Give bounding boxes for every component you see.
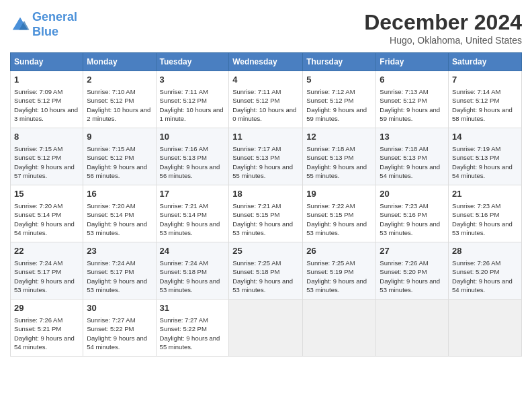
day-number: 29 [14,302,79,314]
calendar-cell: 28Sunrise: 7:26 AMSunset: 5:20 PMDayligh… [449,242,522,300]
day-number: 13 [380,131,445,143]
location: Hugo, Oklahoma, United States [364,35,522,46]
calendar-cell: 20Sunrise: 7:23 AMSunset: 5:16 PMDayligh… [376,185,449,242]
calendar-cell [229,300,303,357]
month-title: December 2024 [364,10,522,35]
day-number: 1 [14,74,79,86]
header-cell-sunday: Sunday [11,53,83,71]
day-number: 3 [160,74,226,86]
header-cell-thursday: Thursday [303,53,376,71]
calendar-cell: 8Sunrise: 7:15 AMSunset: 5:12 PMDaylight… [11,128,83,185]
header-cell-saturday: Saturday [449,53,522,71]
week-row-5: 29Sunrise: 7:26 AMSunset: 5:21 PMDayligh… [11,300,522,357]
header-cell-tuesday: Tuesday [156,53,229,71]
calendar-body: 1Sunrise: 7:09 AMSunset: 5:12 PMDaylight… [11,71,522,357]
calendar-cell: 19Sunrise: 7:22 AMSunset: 5:15 PMDayligh… [303,185,376,242]
week-row-2: 8Sunrise: 7:15 AMSunset: 5:12 PMDaylight… [11,128,522,185]
calendar-cell: 10Sunrise: 7:16 AMSunset: 5:13 PMDayligh… [156,128,229,185]
calendar-cell: 13Sunrise: 7:18 AMSunset: 5:13 PMDayligh… [376,128,449,185]
day-number: 17 [160,188,226,200]
calendar-cell [303,300,376,357]
calendar-cell: 12Sunrise: 7:18 AMSunset: 5:13 PMDayligh… [303,128,376,185]
calendar-cell [449,300,522,357]
calendar-cell: 15Sunrise: 7:20 AMSunset: 5:14 PMDayligh… [11,185,83,242]
day-number: 11 [232,131,299,143]
calendar-cell: 17Sunrise: 7:21 AMSunset: 5:14 PMDayligh… [156,185,229,242]
day-number: 19 [306,188,372,200]
calendar-cell: 30Sunrise: 7:27 AMSunset: 5:22 PMDayligh… [83,300,156,357]
day-number: 8 [14,131,79,143]
week-row-4: 22Sunrise: 7:24 AMSunset: 5:17 PMDayligh… [11,242,522,300]
calendar-cell: 27Sunrise: 7:26 AMSunset: 5:20 PMDayligh… [376,242,449,300]
day-number: 15 [14,188,79,200]
day-number: 21 [452,188,518,200]
calendar-cell: 4Sunrise: 7:11 AMSunset: 5:12 PMDaylight… [229,71,303,128]
calendar-cell: 21Sunrise: 7:23 AMSunset: 5:16 PMDayligh… [449,185,522,242]
calendar-cell: 7Sunrise: 7:14 AMSunset: 5:12 PMDaylight… [449,71,522,128]
day-number: 6 [380,74,445,86]
day-number: 9 [87,131,152,143]
calendar-cell: 1Sunrise: 7:09 AMSunset: 5:12 PMDaylight… [11,71,83,128]
week-row-3: 15Sunrise: 7:20 AMSunset: 5:14 PMDayligh… [11,185,522,242]
day-number: 26 [306,245,372,257]
day-number: 16 [87,188,152,200]
calendar-cell: 24Sunrise: 7:24 AMSunset: 5:18 PMDayligh… [156,242,229,300]
day-number: 7 [452,74,518,86]
day-number: 20 [380,188,445,200]
day-number: 18 [232,188,299,200]
header: General Blue December 2024 Hugo, Oklahom… [10,10,522,46]
day-number: 14 [452,131,518,143]
calendar-cell: 14Sunrise: 7:19 AMSunset: 5:13 PMDayligh… [449,128,522,185]
day-number: 24 [160,245,226,257]
calendar-cell: 18Sunrise: 7:21 AMSunset: 5:15 PMDayligh… [229,185,303,242]
day-number: 28 [452,245,518,257]
header-cell-friday: Friday [376,53,449,71]
day-number: 30 [87,302,152,314]
week-row-1: 1Sunrise: 7:09 AMSunset: 5:12 PMDaylight… [11,71,522,128]
calendar-cell [376,300,449,357]
logo: General Blue [10,10,77,39]
header-cell-wednesday: Wednesday [229,53,303,71]
calendar-cell: 29Sunrise: 7:26 AMSunset: 5:21 PMDayligh… [11,300,83,357]
header-cell-monday: Monday [83,53,156,71]
day-number: 5 [306,74,372,86]
day-number: 27 [380,245,445,257]
day-number: 22 [14,245,79,257]
day-number: 4 [232,74,299,86]
logo-text: General Blue [32,10,77,39]
day-number: 2 [87,74,152,86]
day-number: 31 [160,302,226,314]
title-area: December 2024 Hugo, Oklahoma, United Sta… [364,10,522,46]
calendar-cell: 26Sunrise: 7:25 AMSunset: 5:19 PMDayligh… [303,242,376,300]
calendar-cell: 25Sunrise: 7:25 AMSunset: 5:18 PMDayligh… [229,242,303,300]
day-number: 23 [87,245,152,257]
calendar-header: SundayMondayTuesdayWednesdayThursdayFrid… [11,53,522,71]
header-row: SundayMondayTuesdayWednesdayThursdayFrid… [11,53,522,71]
logo-icon [10,15,30,35]
day-number: 10 [160,131,226,143]
calendar-cell: 2Sunrise: 7:10 AMSunset: 5:12 PMDaylight… [83,71,156,128]
day-number: 12 [306,131,372,143]
calendar-cell: 9Sunrise: 7:15 AMSunset: 5:12 PMDaylight… [83,128,156,185]
calendar-cell: 31Sunrise: 7:27 AMSunset: 5:22 PMDayligh… [156,300,229,357]
calendar-cell: 11Sunrise: 7:17 AMSunset: 5:13 PMDayligh… [229,128,303,185]
calendar-cell: 6Sunrise: 7:13 AMSunset: 5:12 PMDaylight… [376,71,449,128]
calendar-table: SundayMondayTuesdayWednesdayThursdayFrid… [10,52,522,357]
calendar-cell: 22Sunrise: 7:24 AMSunset: 5:17 PMDayligh… [11,242,83,300]
calendar-cell: 3Sunrise: 7:11 AMSunset: 5:12 PMDaylight… [156,71,229,128]
calendar-cell: 5Sunrise: 7:12 AMSunset: 5:12 PMDaylight… [303,71,376,128]
calendar-cell: 23Sunrise: 7:24 AMSunset: 5:17 PMDayligh… [83,242,156,300]
day-number: 25 [232,245,299,257]
calendar-cell: 16Sunrise: 7:20 AMSunset: 5:14 PMDayligh… [83,185,156,242]
